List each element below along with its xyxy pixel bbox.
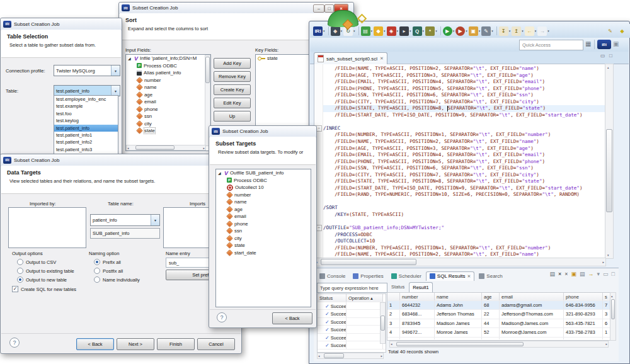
code-line[interactable]: /INREC — [323, 125, 605, 132]
code-line[interactable]: /OUTCOLLECT=10 — [323, 238, 605, 245]
tree-item[interactable]: city — [216, 235, 311, 242]
code-line[interactable]: /FIELD=(PHONE, TYPE=ASCII, POSITION=5, S… — [323, 159, 605, 166]
code-line[interactable]: /FIELD=(EMAIL, TYPE=ASCII, POSITION=4, S… — [323, 79, 605, 86]
tab-properties[interactable]: Properties — [350, 272, 386, 281]
new-report-icon[interactable]: ▤▾ — [361, 26, 374, 36]
table-row[interactable]: 5 — [387, 338, 610, 339]
dropdown-arrow-icon[interactable]: ▾ — [371, 29, 373, 33]
status-row[interactable]: ✓ Succee — [318, 310, 386, 318]
minimize-icon[interactable]: ▭ — [603, 271, 609, 277]
dropdown-arrow-icon[interactable]: ▾ — [522, 29, 524, 33]
list-item[interactable]: test.patient_info3 — [54, 146, 118, 153]
tab-sql-results[interactable]: SQL Results✕ — [426, 271, 474, 281]
tab-console[interactable]: Console — [316, 272, 348, 281]
column-header[interactable]: Operation ▴ — [346, 294, 383, 302]
tree-item[interactable]: Alias patient_info — [126, 69, 210, 77]
column-header[interactable]: phone — [564, 293, 603, 300]
create-sql-checkbox[interactable]: ✓ Create SQL for new tables — [12, 286, 76, 292]
code-line[interactable]: /FIELD=(AGE, TYPE=ASCII, POSITION=3, SEP… — [323, 72, 605, 79]
tree-item[interactable]: number — [216, 191, 311, 199]
result-tab-result1[interactable]: Result1 — [409, 282, 432, 292]
dropdown-arrow-icon[interactable]: ▾ — [453, 29, 455, 33]
result-hscrollbar[interactable]: ◂▸ — [389, 341, 609, 348]
column-header[interactable]: age — [482, 293, 500, 300]
code-line[interactable]: /FIELD=(EMAIL, TYPE=ASCII, POSITION=4, S… — [323, 152, 605, 159]
chevron-down-icon[interactable]: ▾ — [111, 65, 120, 76]
code-line[interactable]: /FIELD=(PHONE, TYPE=ASCII, POSITION=5, S… — [323, 86, 605, 93]
dropdown-arrow-icon[interactable]: ▾ — [547, 29, 549, 33]
editor-vscrollbar[interactable]: ▴▾ — [605, 64, 614, 259]
code-line[interactable]: /FIELD=(START_DATE, TYPE=ISO_DATE, POSIT… — [323, 185, 605, 192]
cancel-button[interactable]: Cancel — [197, 338, 235, 350]
dropdown-arrow-icon[interactable]: ▾ — [323, 29, 325, 33]
code-line[interactable]: /FIELD=(STATE, TYPE=ASCII, POSITION=8, S… — [323, 178, 605, 185]
package-icon[interactable]: ▣▾ — [469, 26, 482, 36]
export-result-icon[interactable]: → — [588, 271, 594, 277]
iri-perspective-button[interactable]: IRI — [597, 40, 611, 49]
output-option-radio[interactable]: Output to new table — [17, 276, 67, 283]
back-nav-icon[interactable]: ←▾ — [525, 26, 538, 36]
view-menu-icon[interactable]: ▤ — [549, 271, 555, 277]
code-line[interactable]: /FIELD=(CITY, TYPE=ASCII, POSITION=7, SE… — [323, 172, 605, 179]
target-table-field[interactable]: SUB_patient_info — [90, 228, 160, 239]
naming-option-radio[interactable]: Postfix all — [94, 268, 123, 274]
help-button[interactable]: ? — [217, 312, 227, 322]
minimize-button[interactable]: – — [313, 4, 324, 13]
list-item[interactable]: test.keylog — [54, 117, 118, 124]
column-header[interactable]: number — [400, 293, 435, 300]
tree-item[interactable]: city — [126, 120, 210, 128]
status-grid[interactable]: StatusOperation ▴ ✓ Succee✓ Succee✓ Succ… — [317, 293, 386, 353]
code-line[interactable]: /FIELD=(RAND, TYPE=NUMERIC, POSITION=10,… — [323, 191, 605, 198]
output-option-radio[interactable]: Output to existing table — [17, 268, 74, 274]
code-line[interactable]: /FIELD=(NAME, TYPE=ASCII, POSITION=2, SE… — [323, 65, 605, 72]
tree-item[interactable]: name — [126, 84, 210, 91]
wizard-icon[interactable]: *▾ — [425, 26, 438, 36]
column-header[interactable] — [387, 293, 400, 300]
table-row[interactable]: 2683468...Jefferson Thomas22Jefferson@Th… — [387, 310, 610, 319]
code-line[interactable]: /FIELD=(SSN, TYPE=ASCII, POSITION=6, SEP… — [323, 165, 605, 172]
status-row[interactable]: ✓ Succee — [318, 334, 386, 342]
code-line[interactable]: /OUTFILE="SUB_patient_info;DSN=MYTwister… — [323, 225, 605, 232]
table-row[interactable]: 38783945Madison James44Madison@James.com… — [387, 319, 610, 329]
dart-icon[interactable]: ▸▾ — [399, 26, 413, 36]
status-hscrollbar[interactable]: ◂▸ — [317, 353, 384, 359]
checkbox-icon[interactable]: ✓ — [12, 286, 18, 292]
tree-item[interactable]: PProcess ODBC — [126, 62, 210, 70]
format-icon[interactable]: ✎▾ — [481, 26, 495, 36]
menu-chevron-icon[interactable]: ▾ — [597, 271, 600, 277]
forward-nav-icon[interactable]: →▾ — [537, 26, 551, 36]
editor-tab[interactable]: sah_subset_script0.scl ✕ — [314, 52, 387, 64]
help-button[interactable]: ? — [9, 338, 20, 348]
list-item[interactable]: test.foo — [54, 110, 118, 117]
tab-scheduler[interactable]: Scheduler — [388, 272, 425, 281]
status-row[interactable]: ✓ Succee — [318, 326, 386, 334]
column-header[interactable]: Status — [318, 294, 346, 302]
tree-item[interactable]: phone — [216, 220, 311, 228]
finish-button[interactable]: Finish — [157, 338, 195, 350]
data-targets-titlebar[interactable]: IRI Subset Creation Job — [1, 154, 241, 166]
remove-key-button[interactable]: Remove Key — [214, 71, 251, 82]
status-row[interactable]: ✓ Succee — [318, 341, 386, 350]
tree-item[interactable]: email — [216, 213, 311, 220]
dropdown-arrow-icon[interactable]: ▾ — [435, 29, 437, 33]
tree-root[interactable]: ◢VInfile 'patient_info;DSN=M — [126, 55, 210, 62]
resource-perspective-icon[interactable]: ▣ — [613, 40, 619, 47]
tree-item[interactable]: name — [216, 198, 311, 206]
terminate-icon[interactable]: × — [558, 271, 561, 277]
status-row[interactable]: ✓ Succee — [318, 302, 386, 310]
shield-icon[interactable]: ◆▾ — [374, 26, 387, 36]
output-option-radio[interactable]: Output to CSV — [17, 259, 56, 265]
dropdown-arrow-icon[interactable]: ▾ — [341, 29, 343, 33]
dropdown-arrow-icon[interactable]: ▾ — [423, 29, 425, 33]
metadata-icon[interactable]: ◈▾ — [387, 26, 400, 36]
tree-item[interactable]: number — [126, 77, 210, 84]
discover-icon[interactable]: Q▾ — [413, 26, 426, 36]
up-button[interactable]: Up — [214, 111, 251, 122]
key-field-item[interactable]: state — [256, 55, 312, 62]
dropdown-arrow-icon[interactable]: ▾ — [410, 29, 411, 33]
edit-key-button[interactable]: Edit Key — [214, 98, 251, 108]
list-item[interactable]: test.patient_info1 — [54, 132, 118, 139]
code-line[interactable] — [323, 118, 605, 125]
tree-item[interactable]: ssn — [216, 227, 311, 235]
tree-item[interactable]: state — [216, 242, 311, 249]
